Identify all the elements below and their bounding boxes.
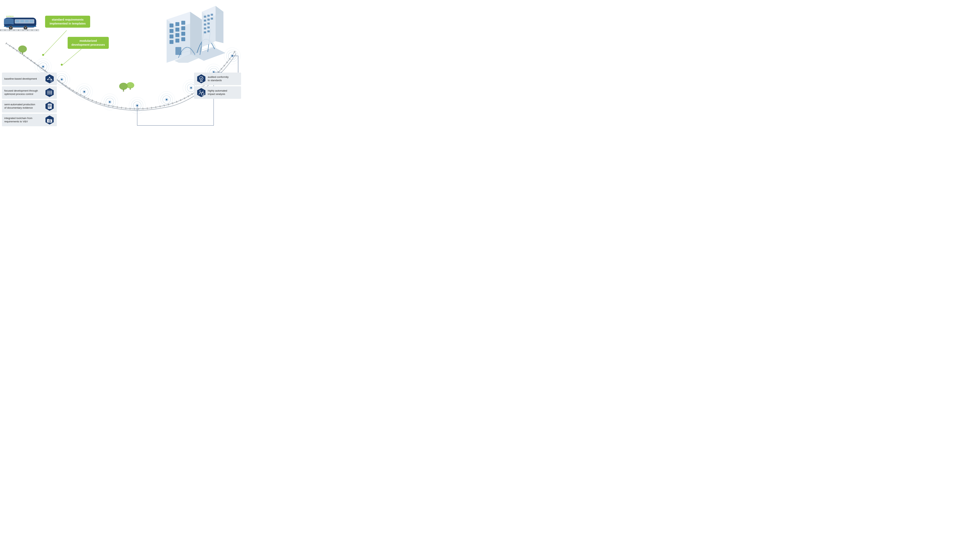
svg-point-27	[163, 95, 170, 103]
svg-rect-144	[48, 105, 49, 106]
svg-point-10	[61, 79, 62, 80]
svg-point-16	[108, 100, 112, 104]
row-focused-text: focused development throughoptimized pro…	[4, 89, 43, 96]
svg-point-25	[137, 105, 138, 106]
svg-text:EXPRESS: EXPRESS	[6, 16, 14, 17]
svg-point-26	[165, 98, 169, 102]
svg-rect-109	[204, 16, 206, 18]
svg-rect-113	[207, 19, 210, 21]
focused-icon	[45, 88, 54, 97]
row-semi: semi-automated productionof documentary …	[2, 100, 57, 113]
svg-rect-110	[207, 15, 210, 17]
integrated-icon	[45, 115, 54, 125]
svg-point-60	[18, 46, 27, 53]
row-integrated: integrated toolchain fromrequirements to…	[2, 114, 57, 126]
svg-point-31	[189, 86, 193, 90]
svg-point-18	[104, 96, 116, 108]
svg-point-12	[80, 88, 88, 95]
svg-rect-91	[175, 33, 179, 37]
svg-rect-68	[16, 20, 19, 22]
svg-rect-65	[130, 88, 131, 90]
svg-point-20	[109, 101, 111, 103]
buildings-illustration	[159, 0, 225, 64]
svg-rect-138	[48, 104, 52, 109]
svg-rect-69	[21, 20, 24, 22]
svg-rect-120	[207, 30, 210, 32]
svg-rect-71	[30, 20, 33, 22]
svg-point-148	[49, 121, 50, 121]
svg-rect-116	[207, 22, 210, 24]
svg-rect-61	[22, 52, 23, 54]
svg-rect-111	[211, 14, 213, 16]
svg-point-2	[39, 63, 47, 71]
row-automated-text: highly automatedimpact analysis	[208, 89, 227, 96]
svg-point-44	[224, 48, 240, 64]
svg-line-48	[43, 30, 67, 55]
svg-marker-108	[216, 6, 223, 43]
svg-rect-119	[204, 31, 206, 33]
svg-rect-112	[204, 20, 206, 22]
svg-rect-114	[211, 18, 213, 20]
callout-templates: standard requirements implemented in tem…	[45, 16, 90, 28]
svg-rect-63	[123, 89, 124, 92]
svg-rect-72	[4, 26, 36, 27]
svg-rect-94	[175, 39, 179, 43]
svg-rect-117	[204, 27, 206, 29]
svg-point-11	[82, 90, 86, 94]
svg-point-43	[226, 50, 238, 62]
svg-point-74	[10, 27, 11, 29]
svg-point-45	[231, 55, 233, 57]
svg-rect-84	[170, 24, 173, 27]
svg-rect-92	[181, 32, 185, 36]
svg-rect-143	[48, 105, 49, 105]
svg-rect-85	[175, 22, 179, 26]
svg-point-23	[131, 100, 143, 111]
svg-point-14	[76, 84, 92, 100]
svg-point-76	[25, 27, 26, 29]
svg-rect-89	[181, 26, 185, 30]
train-illustration: EXPRESS	[0, 12, 39, 34]
svg-point-17	[106, 98, 114, 106]
svg-point-47	[61, 64, 63, 66]
left-feature-list: baseline-based development focused devel…	[2, 73, 57, 126]
svg-point-5	[42, 66, 44, 67]
svg-point-64	[126, 82, 134, 88]
audited-icon	[196, 74, 206, 84]
baseline-icon	[45, 74, 54, 84]
semi-icon	[45, 101, 54, 111]
svg-point-22	[133, 102, 141, 110]
svg-point-13	[78, 86, 90, 98]
svg-point-35	[190, 87, 192, 89]
svg-point-42	[228, 52, 236, 60]
callout-modular: modularized development processes	[68, 37, 109, 49]
svg-rect-145	[48, 106, 49, 107]
svg-point-62	[119, 83, 128, 90]
svg-rect-90	[170, 35, 173, 38]
automated-icon	[196, 88, 206, 97]
svg-point-41	[230, 54, 234, 58]
svg-rect-70	[25, 20, 29, 22]
row-baseline-text: baseline-based development	[4, 77, 43, 81]
svg-rect-115	[204, 24, 206, 25]
svg-rect-86	[181, 21, 185, 25]
svg-point-3	[37, 61, 49, 73]
svg-point-24	[129, 97, 145, 114]
row-baseline: baseline-based development	[2, 73, 57, 85]
row-integrated-text: integrated toolchain fromrequirements to…	[4, 117, 43, 123]
svg-point-8	[56, 73, 68, 85]
svg-point-46	[42, 54, 44, 56]
svg-point-7	[58, 75, 66, 83]
svg-rect-118	[207, 27, 210, 29]
right-feature-list: audited conformityto standards highly au…	[194, 73, 241, 99]
svg-rect-95	[181, 37, 185, 41]
row-audited: audited conformityto standards	[194, 73, 241, 85]
svg-marker-121	[46, 74, 54, 83]
svg-rect-87	[170, 29, 173, 33]
svg-point-1	[41, 65, 45, 68]
svg-line-49	[62, 49, 81, 65]
svg-point-32	[187, 84, 195, 92]
row-semi-text: semi-automated productionof documentary …	[4, 103, 43, 110]
svg-point-19	[102, 94, 118, 110]
svg-point-28	[161, 94, 172, 105]
svg-point-30	[166, 99, 167, 100]
